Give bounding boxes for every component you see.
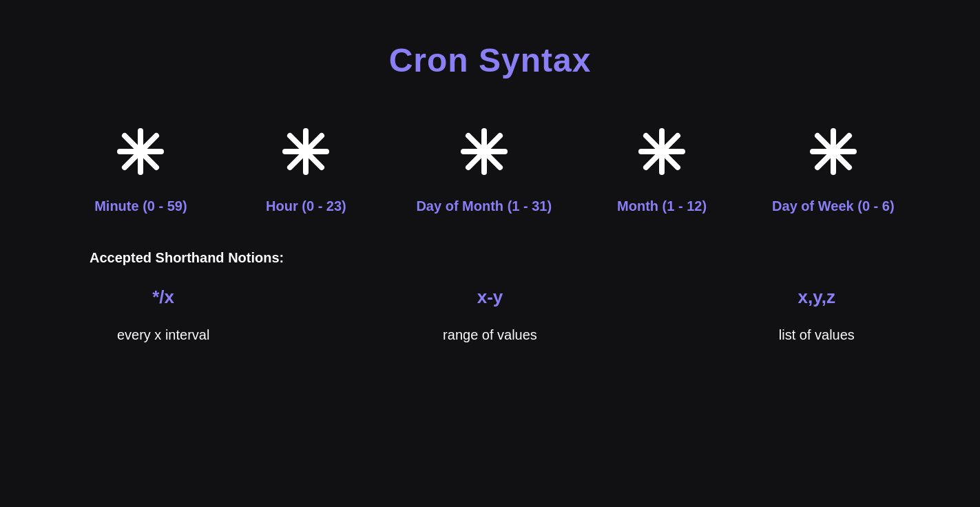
- field-label-hour: Hour (0 - 23): [266, 196, 346, 216]
- asterisk-icon-minute: [116, 127, 165, 183]
- field-item-hour: Hour (0 - 23): [251, 127, 361, 216]
- asterisk-icon-hour: [282, 127, 330, 183]
- notion-syntax-list: x,y,z: [798, 287, 835, 308]
- asterisk-icon-day-of-week: [809, 127, 857, 183]
- field-label-minute: Minute (0 - 59): [94, 196, 187, 216]
- field-label-month: Month (1 - 12): [617, 196, 707, 216]
- notion-description-list: list of values: [779, 327, 855, 343]
- field-item-day-of-month: Day of Month (1 - 31): [416, 127, 552, 216]
- notion-item-range: x-yrange of values: [326, 287, 653, 343]
- shorthand-title: Accepted Shorthand Notions:: [90, 250, 284, 265]
- shorthand-section: Accepted Shorthand Notions:: [0, 250, 980, 266]
- notion-description-interval: every x interval: [117, 327, 210, 343]
- notion-item-interval: */xevery x interval: [0, 287, 326, 343]
- notion-item-list: x,y,zlist of values: [654, 287, 980, 343]
- field-item-day-of-week: Day of Week (0 - 6): [772, 127, 894, 216]
- asterisk-icon-day-of-month: [460, 127, 508, 183]
- asterisk-icon-month: [638, 127, 686, 183]
- notions-row: */xevery x intervalx-yrange of valuesx,y…: [0, 287, 980, 343]
- field-item-minute: Minute (0 - 59): [85, 127, 196, 216]
- notion-syntax-range: x-y: [477, 287, 503, 308]
- notion-syntax-interval: */x: [152, 287, 174, 308]
- fields-row: Minute (0 - 59) Hour (0 - 23) Day of Mon…: [0, 127, 980, 216]
- page-title: Cron Syntax: [389, 41, 592, 79]
- field-label-day-of-week: Day of Week (0 - 6): [772, 196, 894, 216]
- field-label-day-of-month: Day of Month (1 - 31): [416, 196, 552, 216]
- notion-description-range: range of values: [443, 327, 537, 343]
- field-item-month: Month (1 - 12): [607, 127, 717, 216]
